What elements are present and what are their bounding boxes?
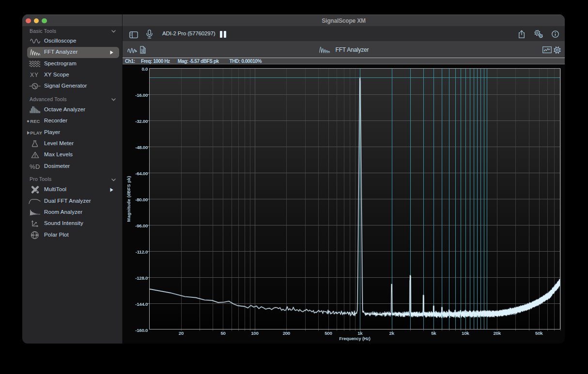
svg-text:REC: REC xyxy=(30,119,40,124)
svg-text:PLAY: PLAY xyxy=(30,130,42,135)
